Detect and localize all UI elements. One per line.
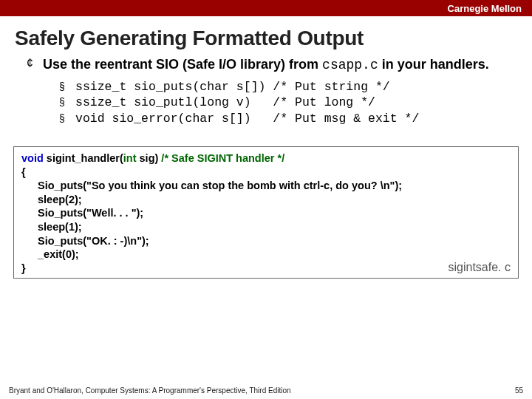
- sublist: § ssize_t sio_puts(char s[]) /* Put stri…: [59, 80, 511, 126]
- keyword-void: void: [21, 152, 44, 164]
- bullet-level2: § ssize_t sio_putl(long v) /* Put long *…: [59, 95, 511, 110]
- code-line: }: [21, 262, 511, 276]
- code-line: {: [21, 166, 511, 180]
- code-line: Sio_puts("OK. : -)\n");: [21, 234, 511, 248]
- sio-line: ssize_t sio_putl(long v) /* Put long */: [75, 95, 375, 110]
- function-name: sigint_handler: [47, 152, 120, 164]
- code-line: Sio_puts("Well. . . ");: [21, 206, 511, 220]
- slide-footer: Bryant and O'Hallaron, Computer Systems:…: [9, 386, 523, 395]
- bullet-mark-hollow-circle: ¢: [27, 56, 43, 74]
- code-line: _exit(0);: [21, 248, 511, 262]
- param: sig: [137, 152, 155, 164]
- slide-body: ¢ Use the reentrant SIO (Safe I/O librar…: [0, 56, 532, 126]
- bullet-level2: § ssize_t sio_puts(char s[]) /* Put stri…: [59, 80, 511, 95]
- code-line: Sio_puts("So you think you can stop the …: [21, 179, 511, 193]
- bullet-mark-square: §: [59, 95, 75, 110]
- slide-title: Safely Generating Formatted Output: [0, 16, 532, 56]
- header-bar: Carnegie Mellon: [0, 0, 532, 16]
- code-line: void sigint_handler(int sig) /* Safe SIG…: [21, 151, 511, 166]
- bullet-prefix: Use the reentrant SIO (Safe I/O library)…: [43, 57, 322, 72]
- footer-citation: Bryant and O'Hallaron, Computer Systems:…: [9, 386, 291, 395]
- bullet-mark-square: §: [59, 80, 75, 95]
- bullet-suffix: in your handlers.: [378, 57, 489, 72]
- sio-line: ssize_t sio_puts(char s[]) /* Put string…: [75, 80, 390, 95]
- comment: /* Safe SIGINT handler */: [158, 152, 284, 164]
- code-source-label: sigintsafe. c: [449, 260, 511, 275]
- bullet-inline-code: csapp.c: [322, 58, 378, 72]
- code-line: sleep(1);: [21, 220, 511, 234]
- code-box: void sigint_handler(int sig) /* Safe SIG…: [13, 146, 519, 279]
- bullet-mark-square: §: [59, 112, 75, 126]
- sio-line: void sio_error(char s[]) /* Put msg & ex…: [75, 112, 419, 126]
- keyword-int: int: [123, 152, 137, 164]
- slide: Carnegie Mellon Safely Generating Format…: [0, 0, 532, 399]
- brand-label: Carnegie Mellon: [448, 3, 522, 14]
- code-line: sleep(2);: [21, 193, 511, 207]
- slide-number: 55: [515, 386, 523, 395]
- bullet-level2: § void sio_error(char s[]) /* Put msg & …: [59, 112, 511, 126]
- bullet-text: Use the reentrant SIO (Safe I/O library)…: [43, 56, 489, 74]
- bullet-level1: ¢ Use the reentrant SIO (Safe I/O librar…: [27, 56, 511, 74]
